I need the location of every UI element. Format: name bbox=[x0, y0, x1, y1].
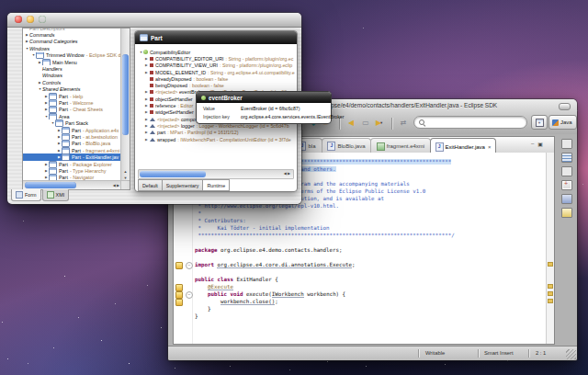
collapsed-arrow-icon[interactable]: ▶ bbox=[144, 90, 149, 94]
collapsed-arrow-icon[interactable]: ▶ bbox=[144, 131, 149, 134]
open-perspective-button[interactable]: + bbox=[531, 115, 548, 130]
detail-tab-runtime[interactable]: Runtime bbox=[203, 179, 230, 191]
tree-item[interactable]: ▶Part- Application.e4x bbox=[23, 127, 121, 133]
detail-row[interactable]: beingDisposed: boolean - false bbox=[137, 82, 295, 88]
collapsed-arrow-icon[interactable]: ▶ bbox=[144, 104, 149, 108]
detail-row[interactable]: ▶part: MPart - PartImpl (id = 161f1f12) bbox=[137, 130, 295, 136]
detail-row[interactable]: ▶COMPATIBILITY_VIEW_URI: String - platfo… bbox=[137, 62, 295, 69]
tree-item[interactable]: ▼Part Stack bbox=[23, 119, 121, 126]
detail-row[interactable]: ▶MODEL_ELEMENT_ID: String - org.eclipse.… bbox=[137, 69, 295, 75]
editor-tab-fragment-e4xmi[interactable]: fragment.e4xmi bbox=[370, 138, 431, 153]
tree-item[interactable]: ▼Shared Elements bbox=[23, 86, 121, 93]
detail-tab-default[interactable]: Default bbox=[138, 179, 163, 191]
tree-item-label: Part bbox=[59, 107, 68, 112]
editor-tab-bloblo-java[interactable]: JBloBlo.java bbox=[322, 138, 371, 153]
java-perspective-button[interactable]: Java bbox=[548, 115, 577, 130]
page-tab-xmi[interactable]: XMI bbox=[42, 189, 70, 201]
tree-item[interactable]: ▶Commands bbox=[23, 31, 121, 38]
last-edit-location-icon[interactable]: ▭ bbox=[359, 117, 372, 130]
tree-item[interactable]: ▶Part- fragment.e4xmi bbox=[23, 147, 121, 153]
tree-item[interactable]: ▶Part- Cheat Sheets bbox=[23, 107, 121, 113]
occurrence-marker-icon[interactable] bbox=[548, 291, 553, 296]
forward-history-icon[interactable]: ▶▾ bbox=[374, 117, 387, 130]
part-window-icon bbox=[49, 93, 57, 99]
scrollbar-arrows[interactable]: ◀▶ bbox=[284, 170, 291, 176]
quickfix-marker-icon[interactable] bbox=[175, 291, 183, 299]
quickfix-marker-icon[interactable] bbox=[175, 262, 183, 269]
close-tab-icon[interactable]: × bbox=[488, 144, 492, 150]
scrollbar-arrows[interactable]: ▲▼ bbox=[121, 168, 130, 181]
tree-item[interactable]: ▶Main Menu bbox=[23, 59, 121, 65]
detail-row[interactable]: ▼CompatibilityEditor bbox=[137, 49, 295, 55]
tree-item[interactable]: ▶Command Categories bbox=[23, 39, 121, 45]
tree-item[interactable]: ▶Part- Package Explorer bbox=[23, 161, 121, 167]
tree-item[interactable]: Handlers bbox=[23, 65, 121, 72]
collapsed-arrow-icon[interactable]: ▶ bbox=[144, 138, 149, 142]
tree-item[interactable]: ▼Area bbox=[23, 113, 121, 119]
overview-ruler[interactable] bbox=[546, 153, 554, 344]
back-history-icon[interactable]: ◀ bbox=[345, 117, 357, 130]
collapsed-arrow-icon[interactable]: ▶ bbox=[144, 110, 149, 114]
detail-tab-supplementary[interactable]: Supplementary bbox=[163, 179, 204, 191]
code-line bbox=[174, 254, 547, 261]
tree-item[interactable]: Windows bbox=[23, 73, 121, 79]
scrollbar-thumb[interactable] bbox=[140, 171, 206, 177]
maximize-editor-icon[interactable]: ▣ bbox=[537, 141, 543, 147]
occurrence-marker-icon[interactable] bbox=[548, 284, 553, 289]
occurrence-marker-icon[interactable] bbox=[548, 299, 553, 303]
zoom-button[interactable] bbox=[39, 16, 46, 23]
tree-horizontal-scrollbar[interactable]: ◀▶ bbox=[23, 180, 121, 189]
collapsed-arrow-icon[interactable]: ▶ bbox=[144, 97, 149, 101]
detail-horizontal-scrollbar[interactable]: ◀▶ bbox=[138, 169, 294, 179]
field-triangle-icon bbox=[150, 138, 155, 142]
minimize-editor-icon[interactable]: – bbox=[531, 141, 534, 147]
detail-row[interactable]: ▶wrapped: IWorkbenchPart - CompilationUn… bbox=[137, 136, 295, 142]
tree-item-label: Part bbox=[72, 134, 81, 140]
tree-item[interactable]: ▼Trimmed Window- Eclipse SDK d bbox=[23, 52, 121, 59]
scrollbar-thumb[interactable] bbox=[122, 54, 129, 135]
minimize-button[interactable] bbox=[27, 16, 34, 23]
detail-row[interactable]: alreadyDisposed: boolean - false bbox=[137, 75, 295, 82]
restore-editor-icon[interactable] bbox=[561, 139, 572, 149]
spy-titlebar[interactable] bbox=[7, 13, 301, 28]
tree-item[interactable]: ▶Part- ExitHandler.jav bbox=[23, 153, 121, 160]
desktop: rc/org/eclipse/e4/demo/contacts/handlers… bbox=[0, 0, 588, 375]
scrollbar-thumb[interactable] bbox=[25, 182, 76, 188]
link-with-editor-icon[interactable]: ⇄ bbox=[397, 117, 410, 130]
resize-grip[interactable] bbox=[566, 349, 576, 359]
tree-vertical-scrollbar[interactable]: ▲▼ bbox=[120, 28, 130, 181]
outline-view-icon[interactable] bbox=[561, 153, 572, 163]
fold-collapse-icon[interactable]: − bbox=[186, 262, 193, 269]
javadoc-view-icon[interactable] bbox=[561, 194, 572, 204]
tree-item[interactable]: ▶Controls bbox=[23, 79, 121, 85]
close-button[interactable] bbox=[15, 16, 22, 23]
quickfix-marker-icon[interactable] bbox=[175, 299, 183, 306]
tree-item[interactable]: ▼Windows bbox=[23, 45, 121, 51]
collapsed-arrow-icon[interactable]: ▶ bbox=[144, 118, 149, 121]
scrollbar-arrows[interactable]: ◀▶ bbox=[113, 182, 120, 189]
tree-item[interactable]: ▶Part- BloBlo.java bbox=[23, 141, 121, 147]
part-panel-title: Part bbox=[151, 35, 163, 41]
fold-collapse-icon[interactable]: − bbox=[186, 291, 193, 299]
tree-item[interactable]: ▶Part- Type Hierarchy bbox=[23, 167, 121, 174]
collapsed-arrow-icon[interactable]: ▶ bbox=[144, 124, 149, 128]
restore-view-icon[interactable] bbox=[561, 166, 572, 176]
declaration-view-icon[interactable] bbox=[561, 208, 572, 218]
tree-item[interactable]: ▶Part- at.bestsolution bbox=[23, 133, 121, 140]
dropdown-caret-icon[interactable]: ▾ bbox=[380, 117, 385, 130]
tree-item[interactable]: ▶Part- Welcome bbox=[23, 99, 121, 106]
collapsed-arrow-icon[interactable]: ▶ bbox=[144, 63, 149, 67]
toolbar-toggle-button[interactable] bbox=[559, 103, 571, 110]
occurrence-marker-icon[interactable] bbox=[548, 262, 553, 267]
page-tab-form[interactable]: Form bbox=[11, 189, 41, 201]
search-input[interactable] bbox=[413, 116, 527, 129]
quickfix-marker-icon[interactable] bbox=[175, 284, 183, 291]
java-file-icon: J bbox=[435, 142, 444, 152]
part-window-icon bbox=[62, 147, 70, 153]
problems-view-icon[interactable] bbox=[561, 180, 572, 190]
field-square-icon bbox=[150, 97, 153, 101]
collapsed-arrow-icon[interactable]: ▶ bbox=[144, 57, 149, 61]
collapsed-arrow-icon[interactable]: ▶ bbox=[144, 71, 149, 74]
detail-row[interactable]: ▶COMPATIBILITY_EDITOR_URI: String - plat… bbox=[137, 55, 295, 62]
tree-item[interactable]: ▶Part- Help bbox=[23, 93, 121, 99]
